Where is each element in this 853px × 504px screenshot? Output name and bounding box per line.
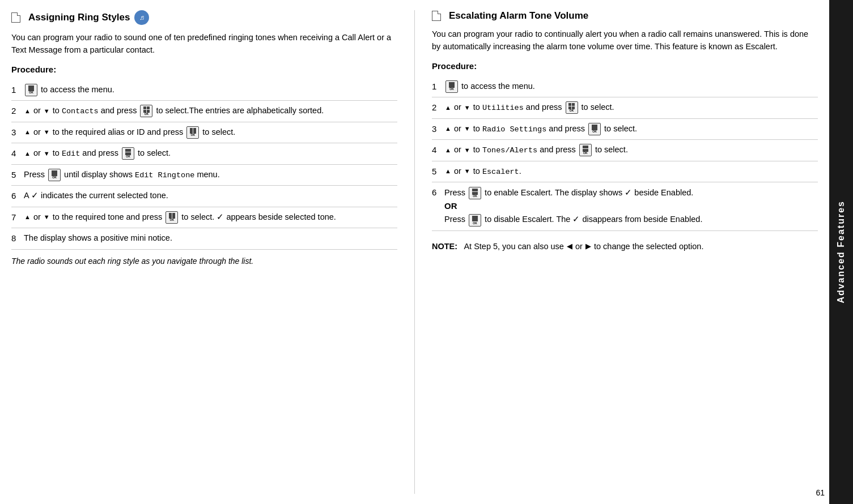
left-step-list: 1 OK to access the menu. 2 ▲ or ▼ to Con… [11,80,397,250]
left-section-title: Assigning Ring Styles ♬ [11,10,397,25]
sidebar-label: Advanced Features [836,200,846,304]
right-step-4: 4 ▲ or ▼ to Tones/Alerts and press OK to… [432,140,818,161]
left-italic-note: The radio sounds out each ring style as … [11,255,397,267]
step-number-7: 7 [11,211,24,224]
note-text: At Step 5, you can also use ◀ or ▶ to ch… [460,242,703,251]
or-label: OR [444,201,457,211]
arrow-left-icon: ◀ [567,241,572,253]
arrow-up-icon: ▲ [445,103,451,113]
step-5-content: Press OK until display shows Edit Ringto… [24,169,397,181]
step-1-content: OK to access the menu. [24,84,397,96]
arrow-down-icon: ▼ [44,212,50,222]
ok-button-icon: OK [579,144,592,156]
right-step-4-content: ▲ or ▼ to Tones/Alerts and press OK to s… [444,144,818,156]
right-step-2: 2 ▲ or ▼ to Utilities and press OK to se… [432,97,818,119]
page-number: 61 [816,488,825,497]
step-number-5: 5 [11,169,24,182]
step-number-3: 3 [11,126,24,139]
right-step-number-5: 5 [432,165,444,178]
ok-button-icon: OK [48,169,61,181]
ok-button-icon: OK [445,80,458,93]
right-step-6: 6 Press OK to enable Escalert. The displ… [432,182,818,231]
ok-button-icon: OK [566,101,578,114]
left-step-1: 1 OK to access the menu. [11,80,397,101]
right-step-3-content: ▲ or ▼ to Radio Settings and press OK to… [444,123,818,135]
left-section-intro: You can program your radio to sound one … [11,32,397,57]
right-step-5: 5 ▲ or ▼ to Escalert. [432,161,818,183]
step-7-content: ▲ or ▼ to the required tone and press OK… [24,211,397,224]
ok-button-icon: OK [588,123,601,135]
ring-styles-icon: ♬ [134,10,149,25]
doc-icon [11,12,20,23]
escalating-alarm-title: Escalating Alarm Tone Volume [449,10,588,22]
ok-button-icon: OK [122,147,134,160]
note-label: NOTE: [432,242,457,251]
ok-button-icon: OK [469,187,481,199]
note-block: NOTE: At Step 5, you can also use ◀ or ▶… [432,240,818,253]
step-3-content: ▲ or ▼ to the required alias or ID and p… [24,126,397,139]
assigning-ring-styles-title: Assigning Ring Styles [28,12,130,23]
right-step-1-content: OK to access the menu. [444,80,818,93]
arrow-down-icon: ▼ [464,146,470,155]
main-content: Assigning Ring Styles ♬ You can program … [0,0,829,504]
arrow-up-icon: ▲ [24,212,31,222]
arrow-up-icon: ▲ [445,124,451,134]
step-2-content: ▲ or ▼ to Contacts and press OK to selec… [24,105,397,117]
ok-button-icon: OK [140,105,152,117]
arrow-down-icon: ▼ [44,106,50,116]
step-number-8: 8 [11,232,24,245]
step-6-part2: Press OK to disable Escalert. The ✓ disa… [444,215,702,224]
step-number-6: 6 [11,190,24,203]
ok-button-icon: OK [469,214,481,227]
arrow-up-icon: ▲ [24,149,31,159]
right-step-2-content: ▲ or ▼ to Utilities and press OK to sele… [444,101,818,114]
left-step-7: 7 ▲ or ▼ to the required tone and press … [11,207,397,229]
right-step-5-content: ▲ or ▼ to Escalert. [444,165,818,178]
left-step-6: 6 A ✓ indicates the current selected ton… [11,186,397,207]
left-step-2: 2 ▲ or ▼ to Contacts and press OK to sel… [11,101,397,122]
right-step-3: 3 ▲ or ▼ to Radio Settings and press OK … [432,119,818,140]
ok-button-icon: OK [186,126,199,139]
right-step-number-4: 4 [432,144,444,157]
left-column: Assigning Ring Styles ♬ You can program … [11,10,415,494]
right-step-6-content: Press OK to enable Escalert. The display… [444,186,818,227]
arrow-down-icon: ▼ [44,149,50,159]
right-step-number-6: 6 [432,186,444,199]
left-procedure-label: Procedure: [11,65,397,74]
right-step-number-3: 3 [432,123,444,136]
arrow-right-icon: ▶ [585,241,591,253]
doc-icon-right [432,11,441,21]
step-number-2: 2 [11,105,24,118]
sidebar: Advanced Features [829,0,853,504]
arrow-down-icon: ▼ [464,124,470,134]
right-step-number-2: 2 [432,101,444,114]
step-number-4: 4 [11,147,24,160]
right-step-number-1: 1 [432,80,444,93]
step-6-content: A ✓ indicates the current selected tone. [24,190,397,202]
right-step-1: 1 OK to access the menu. [432,76,818,98]
step-8-content: The display shows a positive mini notice… [24,232,397,245]
step-number-1: 1 [11,84,24,97]
step-4-content: ▲ or ▼ to Edit and press OK to select. [24,147,397,160]
arrow-down-icon: ▼ [44,127,50,137]
arrow-up-icon: ▲ [445,166,451,176]
right-step-list: 1 OK to access the menu. 2 ▲ or ▼ to Uti… [432,76,818,231]
arrow-up-icon: ▲ [445,146,451,155]
right-section-intro: You can program your radio to continuall… [432,28,818,53]
arrow-down-icon: ▼ [464,166,470,176]
ok-button-icon: OK [165,211,178,224]
step-6-part1: Press OK to enable Escalert. The display… [444,188,693,197]
left-step-3: 3 ▲ or ▼ to the required alias or ID and… [11,122,397,144]
ok-button-icon: OK [25,84,37,96]
left-step-8: 8 The display shows a positive mini noti… [11,228,397,250]
arrow-up-icon: ▲ [24,127,31,137]
arrow-up-icon: ▲ [24,106,31,116]
right-column: Escalating Alarm Tone Volume You can pro… [415,10,818,494]
right-section-title: Escalating Alarm Tone Volume [432,10,818,22]
arrow-down-icon: ▼ [464,103,470,113]
right-procedure-label: Procedure: [432,61,818,71]
left-step-4: 4 ▲ or ▼ to Edit and press OK to select. [11,143,397,165]
left-step-5: 5 Press OK until display shows Edit Ring… [11,165,397,186]
